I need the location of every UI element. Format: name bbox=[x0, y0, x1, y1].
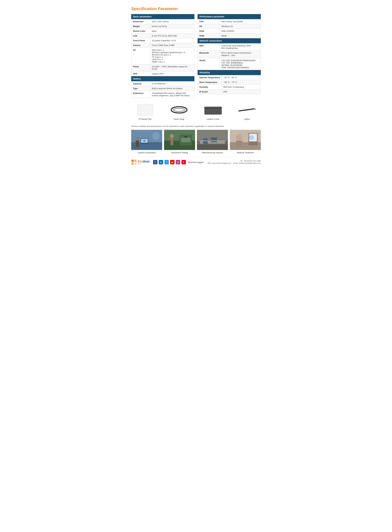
svg-point-1 bbox=[173, 108, 185, 112]
row-value: support GPS bbox=[150, 71, 194, 76]
accessory-item: Hand−strap bbox=[165, 103, 193, 120]
accessory-item: Stylus bbox=[233, 103, 261, 120]
row-label: Dimension bbox=[131, 19, 150, 24]
row-label: Device Color bbox=[131, 29, 150, 33]
row-label: WIFI bbox=[198, 43, 220, 51]
logo-door: door bbox=[143, 160, 150, 163]
svg-rect-29 bbox=[211, 137, 217, 142]
table-row: Endurance7hrs(default 50% volumn, defaul… bbox=[131, 91, 194, 98]
table-row: Weightdevice unit 647g bbox=[131, 24, 194, 29]
svg-point-13 bbox=[143, 140, 146, 142]
handstrap-shape bbox=[170, 106, 188, 114]
twitter-icon[interactable]: t bbox=[164, 160, 169, 164]
accessories-section: TP Resist Film Hand−strap Leather Cover bbox=[131, 103, 261, 120]
svg-rect-37 bbox=[236, 141, 242, 147]
row-label: LCD bbox=[131, 33, 150, 38]
row-label: Power bbox=[131, 64, 150, 71]
svg-marker-7 bbox=[254, 108, 256, 110]
svg-point-22 bbox=[170, 134, 174, 138]
svg-rect-38 bbox=[131, 160, 134, 162]
tp-film-shape bbox=[137, 104, 153, 115]
app-range-desc: Various modules and accessories can be s… bbox=[131, 125, 261, 127]
svg-rect-14 bbox=[136, 141, 139, 147]
table-row: ROM64GB bbox=[198, 33, 261, 38]
table-row: LCD8 inch IPS 10:16, 800*1280 bbox=[131, 33, 194, 38]
footer-web: Web: www.emdoorrugged.com bbox=[208, 162, 231, 164]
row-value: device unit 647g bbox=[150, 24, 194, 29]
spec-tables: Basic parameters Dimension220 x 143 x 16… bbox=[131, 14, 261, 98]
svg-rect-30 bbox=[199, 140, 226, 141]
row-value: 10 points Capacitive, G+G bbox=[150, 38, 194, 43]
row-label: Store Temperature bbox=[198, 80, 222, 85]
accessories-grid: TP Resist Film Hand−strap Leather Cover bbox=[131, 103, 261, 120]
row-value: Front 2.0MP Rear 5.0MP bbox=[150, 43, 194, 48]
svg-rect-39 bbox=[134, 160, 137, 162]
footer-contact: Tel: +86-(0)755-2372 2880 Web: www.emdoo… bbox=[208, 160, 261, 164]
row-label: IP Grade bbox=[198, 89, 222, 94]
footer-social: f in t ▶ ◎ P @emdoorrugged bbox=[153, 160, 204, 164]
footer-email: Email: marketing.info@emdoor.com bbox=[233, 162, 261, 164]
svg-point-10 bbox=[152, 132, 160, 140]
table-row: PowerAC100V ~ 240V, 50Hz/60Hz output DC … bbox=[131, 64, 194, 71]
facebook-icon[interactable]: f bbox=[153, 160, 157, 164]
svg-point-35 bbox=[249, 135, 254, 140]
row-value: −20 °C ~ 60 °C bbox=[222, 75, 261, 80]
row-label: Bluetooth bbox=[198, 51, 220, 58]
row-label: 3G/4G bbox=[198, 58, 220, 70]
accessory-label: Leather Cover bbox=[199, 118, 227, 120]
spec-title: Specification Parameter bbox=[131, 6, 261, 11]
table-row: I/OSIM Card x 1, Φ3.5mm standard earphon… bbox=[131, 48, 194, 64]
row-value: IP67 bbox=[222, 89, 261, 94]
row-value: LTE FDD: B1/B3/B5/B7/B8/B20/B28A LTE TDD… bbox=[220, 58, 261, 70]
table-row: OSWindows 10 bbox=[198, 24, 261, 29]
row-label: CPU bbox=[198, 19, 220, 24]
row-label: OS bbox=[198, 24, 220, 29]
table-row: Touch Panel10 points Capacitive, G+G bbox=[131, 38, 194, 43]
reliability-header: Reliability bbox=[198, 70, 261, 75]
row-label: Camera bbox=[131, 43, 150, 48]
app-image-item: Medical Treatment bbox=[230, 130, 261, 154]
row-label: GPS bbox=[131, 71, 150, 76]
app-image-label: Medical Treatment bbox=[230, 151, 261, 154]
instagram-icon[interactable]: ◎ bbox=[176, 160, 180, 164]
row-value: 64GB bbox=[220, 33, 261, 38]
table-row: GPSsupport GPS bbox=[131, 71, 194, 76]
table-row: CPUIntel Cherry Trail Z8350 bbox=[198, 19, 261, 24]
table-row: BluetoothBT4.2 (BLE) class1 transmission… bbox=[198, 51, 261, 58]
row-label: Capacity bbox=[131, 81, 150, 86]
performance-header: Performance parameter bbox=[198, 14, 261, 19]
row-value: AC100V ~ 240V, 50Hz/60Hz output DC 5V/3A bbox=[150, 64, 194, 71]
basic-params-header: Basic parameters bbox=[131, 14, 194, 19]
row-value: −30 °C ~ 70 °C bbox=[222, 80, 261, 85]
table-row: WIFI2.4G+5.8G dual frequency, WIFI 802.1… bbox=[198, 43, 261, 51]
youtube-icon[interactable]: ▶ bbox=[170, 160, 174, 164]
table-row: IP GradeIP67 bbox=[198, 89, 261, 94]
table-row: TypeBuilt in polymer lithium ion battery bbox=[131, 86, 194, 91]
app-image-placeholder bbox=[131, 130, 162, 150]
row-value: 3.7V/7500mAh bbox=[150, 81, 194, 86]
accessory-item: TP Resist Film bbox=[131, 103, 159, 120]
linkedin-icon[interactable]: in bbox=[159, 160, 163, 164]
accessory-label: TP Resist Film bbox=[131, 118, 159, 120]
app-images-grid: Outdoor Exploration Instrument Testing bbox=[131, 130, 261, 154]
table-row: Store Temperature−30 °C ~ 70 °C bbox=[198, 80, 261, 85]
social-handle: @emdoorrugged bbox=[188, 161, 204, 163]
row-label: Operate Temperature bbox=[198, 75, 222, 80]
row-label: Touch Panel bbox=[131, 38, 150, 43]
pinterest-icon[interactable]: P bbox=[182, 160, 186, 164]
row-value: SIM Card x 1, Φ3.5mm standard earphone j… bbox=[150, 48, 194, 64]
logo-em: Em bbox=[138, 160, 143, 163]
svg-rect-20 bbox=[181, 137, 191, 142]
basic-params-table: Dimension220 x 143 x 16mmWeightdevice un… bbox=[131, 19, 194, 76]
left-column: Basic parameters Dimension220 x 143 x 16… bbox=[131, 14, 194, 98]
app-image-placeholder bbox=[197, 130, 228, 150]
svg-point-36 bbox=[236, 135, 242, 141]
emdoor-logo-icon bbox=[131, 159, 137, 165]
row-value: BT4.2 (BLE) class1 transmission distance… bbox=[220, 51, 261, 58]
row-label: Weight bbox=[131, 24, 150, 29]
table-row: Device Colorblack bbox=[131, 29, 194, 33]
right-column: Performance parameter CPUIntel Cherry Tr… bbox=[198, 14, 261, 98]
app-image-placeholder bbox=[164, 130, 195, 150]
row-label: I/O bbox=[131, 48, 150, 64]
battery-header: Battery bbox=[131, 76, 194, 81]
